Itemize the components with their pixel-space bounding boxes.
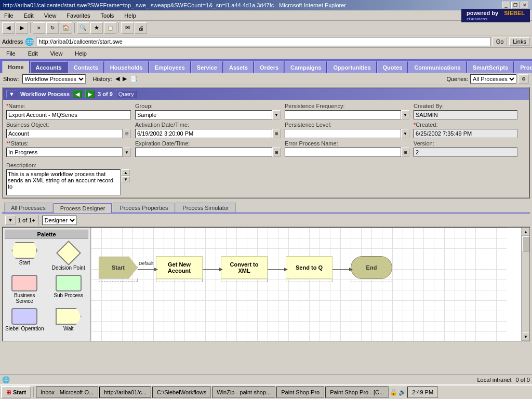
- restore-button[interactable]: ❐: [511, 2, 520, 9]
- go-button[interactable]: Go: [493, 37, 508, 46]
- tab-home[interactable]: Home: [2, 61, 30, 73]
- queries-select[interactable]: All Processes: [470, 74, 516, 84]
- activation-datetime-input[interactable]: [135, 129, 272, 138]
- show-select[interactable]: Workflow Processes: [22, 74, 86, 84]
- status-input[interactable]: [6, 148, 123, 157]
- close-button[interactable]: ✕: [521, 2, 529, 9]
- business-object-browse[interactable]: ⊞: [123, 129, 131, 138]
- status-browse[interactable]: ▼: [123, 148, 131, 157]
- wf-prev-button[interactable]: ◀: [73, 90, 82, 98]
- queries-go-button[interactable]: ⚙: [518, 74, 529, 84]
- taskbar-item-winzip[interactable]: WinZip - paint shop...: [212, 387, 275, 398]
- error-process-browse[interactable]: ⊞: [401, 148, 409, 157]
- history-back[interactable]: ◀: [115, 75, 119, 82]
- ie-menu-view[interactable]: View: [42, 11, 59, 20]
- tab-process-properties[interactable]: Process Properties: [113, 203, 175, 212]
- tab-contacts[interactable]: Contacts: [68, 61, 104, 73]
- ie-menu-help[interactable]: Help: [122, 11, 138, 20]
- palette-item-wait[interactable]: Wait: [49, 308, 89, 331]
- ie-menu-file[interactable]: File: [2, 11, 16, 20]
- wf-query-button[interactable]: Query: [116, 90, 137, 98]
- tab-communications[interactable]: Communications: [408, 61, 466, 73]
- taskbar-item-workflows[interactable]: C:\SiebelWorkflows: [152, 387, 211, 398]
- tab-employees[interactable]: Employees: [149, 61, 191, 73]
- expiration-datetime-input[interactable]: [135, 148, 272, 157]
- palette-item-business-service[interactable]: Business Service: [5, 275, 45, 304]
- tab-quotes[interactable]: Quotes: [377, 61, 408, 73]
- tab-service[interactable]: Service: [191, 61, 223, 73]
- tab-assets[interactable]: Assets: [223, 61, 254, 73]
- tab-campaigns[interactable]: Campaigns: [285, 61, 327, 73]
- sub-toolbar-menu-button[interactable]: ▼: [5, 216, 16, 225]
- activation-datetime-browse[interactable]: ⊞: [272, 129, 281, 138]
- start-button[interactable]: ⊞ Start: [1, 386, 31, 398]
- persistence-freq-input[interactable]: [285, 110, 401, 119]
- search-button[interactable]: 🔍: [77, 22, 89, 34]
- scroll-thumb[interactable]: [522, 236, 529, 252]
- taskbar-item-paintshop2[interactable]: Paint Shop Pro - [C...: [325, 387, 389, 398]
- mail-button[interactable]: ✉: [121, 22, 134, 34]
- palette-item-start[interactable]: Start: [5, 242, 45, 271]
- app-menu-file[interactable]: File: [4, 49, 18, 58]
- tab-process-simulator[interactable]: Process Simulator: [176, 203, 235, 212]
- expiration-datetime-browse[interactable]: ⊞: [272, 148, 281, 157]
- convert-to-xml-shape[interactable]: Convert toXML: [221, 256, 268, 279]
- address-input[interactable]: [36, 37, 490, 46]
- tab-opportunities[interactable]: Opportunities: [327, 61, 376, 73]
- tab-smartscripts[interactable]: SmartScripts: [467, 61, 514, 73]
- minimize-button[interactable]: _: [502, 2, 510, 9]
- ie-menu-edit[interactable]: Edit: [22, 11, 36, 20]
- node-start[interactable]: Start: [99, 257, 138, 282]
- palette-item-decision[interactable]: Decision Point: [49, 242, 89, 271]
- node-convert-to-xml[interactable]: Convert toXML: [221, 256, 268, 282]
- name-input[interactable]: [6, 110, 131, 119]
- node-get-new-account[interactable]: Get NewAccount: [156, 256, 203, 282]
- favorites-button[interactable]: ★: [90, 22, 103, 34]
- tab-products[interactable]: Products: [514, 61, 532, 73]
- refresh-button[interactable]: ↻: [46, 22, 59, 34]
- desc-scroll-up[interactable]: ▲: [122, 169, 130, 176]
- tab-households[interactable]: Households: [104, 61, 149, 73]
- view-select[interactable]: Designer Table: [42, 216, 77, 225]
- forward-button[interactable]: ▶: [16, 22, 28, 34]
- send-to-q-shape[interactable]: Send to Q: [286, 256, 332, 279]
- persistence-level-input[interactable]: [285, 129, 401, 138]
- wf-toggle-button[interactable]: ▼: [6, 90, 17, 98]
- scroll-up-button[interactable]: ▲: [522, 228, 529, 236]
- app-menu-edit[interactable]: Edit: [26, 49, 40, 58]
- wf-next-button[interactable]: ▶: [85, 90, 95, 98]
- links-button[interactable]: Links: [509, 37, 530, 46]
- taskbar-item-ie[interactable]: http://ariba01/c...: [99, 387, 151, 398]
- back-button[interactable]: ◀: [2, 22, 15, 34]
- description-textarea[interactable]: This is a sample workflow process that s…: [6, 169, 121, 195]
- tab-process-designer[interactable]: Process Designer: [54, 203, 112, 213]
- node-end[interactable]: End: [351, 256, 392, 282]
- tab-orders[interactable]: Orders: [254, 61, 284, 73]
- home-button[interactable]: 🏠: [60, 22, 72, 34]
- desc-scroll-down[interactable]: ▼: [122, 176, 130, 182]
- scroll-down-button[interactable]: ▼: [522, 332, 529, 341]
- history-forward[interactable]: ▶: [123, 75, 127, 82]
- bookmark-icon[interactable]: 📑: [130, 75, 138, 83]
- persistence-freq-browse[interactable]: ▼: [401, 110, 409, 119]
- group-input[interactable]: [135, 110, 272, 119]
- ie-menu-favorites[interactable]: Favorites: [64, 11, 92, 20]
- tab-accounts[interactable]: Accounts: [30, 61, 68, 73]
- taskbar-item-paintshop1[interactable]: Paint Shop Pro: [276, 387, 324, 398]
- persistence-level-browse[interactable]: ▼: [401, 129, 409, 138]
- palette-item-siebel-op[interactable]: Siebel Operation: [5, 308, 45, 331]
- error-process-input[interactable]: [285, 148, 401, 157]
- canvas-area[interactable]: Start Default ▶ Get NewAccount: [91, 228, 529, 341]
- business-object-input[interactable]: [6, 129, 123, 138]
- node-send-to-q[interactable]: Send to Q: [286, 256, 332, 282]
- print-button[interactable]: 🖨: [135, 22, 147, 34]
- tab-all-processes[interactable]: All Processes: [4, 203, 52, 212]
- history-button[interactable]: 📋: [104, 22, 116, 34]
- app-menu-view[interactable]: View: [48, 49, 65, 58]
- stop-button[interactable]: ✕: [33, 22, 45, 34]
- group-browse-button[interactable]: ▼: [272, 110, 281, 119]
- start-shape[interactable]: Start: [99, 257, 138, 278]
- get-new-account-shape[interactable]: Get NewAccount: [156, 256, 203, 279]
- palette-item-sub-process[interactable]: Sub Process: [49, 275, 89, 304]
- taskbar-item-inbox[interactable]: Inbox - Microsoft O...: [36, 387, 98, 398]
